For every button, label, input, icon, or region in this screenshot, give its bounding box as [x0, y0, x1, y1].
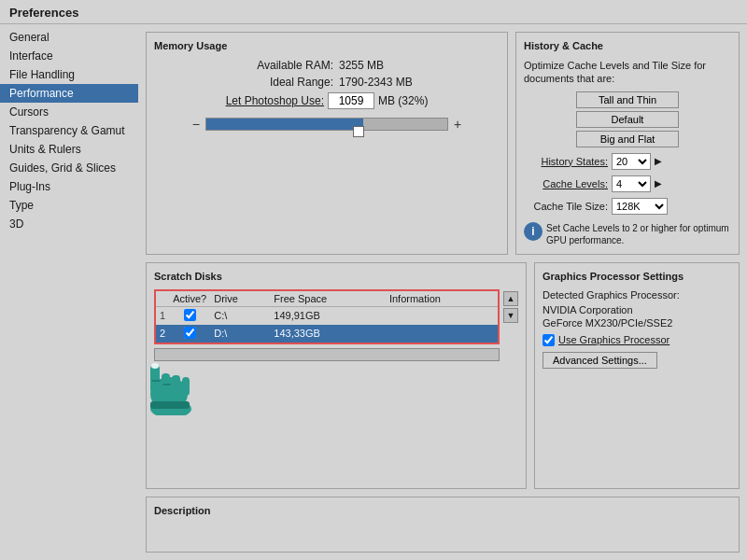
row-1-num: 1 [156, 306, 169, 325]
sidebar-item-interface[interactable]: Interface [0, 47, 138, 65]
gpu-panel: Graphics Processor Settings Detected Gra… [534, 262, 740, 489]
row-1-info [386, 306, 498, 325]
top-panels-row: Memory Usage Available RAM: 3255 MB Idea… [146, 32, 740, 255]
scratch-table-wrapper-outer: Active? Drive Free Space Information [154, 289, 500, 361]
use-gpu-checkbox[interactable] [543, 334, 555, 346]
scratch-table: Active? Drive Free Space Information [156, 291, 498, 343]
row-1-drive: C:\ [210, 306, 270, 325]
col-active: Active? [169, 291, 210, 307]
scratch-row-1[interactable]: 1 C:\ 149,91GB [156, 306, 498, 325]
sidebar-item-transparency-gamut[interactable]: Transparency & Gamut [0, 121, 138, 140]
gpu-panel-title: Graphics Processor Settings [543, 271, 731, 282]
scratch-scroll-down[interactable]: ▼ [503, 308, 518, 323]
sidebar-item-type[interactable]: Type [0, 196, 138, 215]
window-title: Preferences [9, 6, 78, 20]
memory-slider-container: − + [154, 117, 500, 132]
sidebar-item-file-handling[interactable]: File Handling [0, 65, 138, 84]
info-text: Set Cache Levels to 2 or higher for opti… [546, 222, 731, 246]
col-free-space: Free Space [270, 291, 386, 307]
history-panel-title: History & Cache [524, 40, 731, 51]
history-desc: Optimize Cache Levels and Tile Size for … [524, 59, 731, 86]
cache-tile-row: Cache Tile Size: 128K [524, 198, 731, 215]
info-icon: i [524, 222, 543, 241]
row-2-checkbox[interactable] [184, 327, 196, 339]
content-area: General Interface File Handling Performa… [0, 24, 747, 560]
sidebar-item-plug-ins[interactable]: Plug-Ins [0, 177, 138, 196]
cache-tile-select[interactable]: 128K [612, 198, 668, 215]
memory-usage-panel: Memory Usage Available RAM: 3255 MB Idea… [146, 32, 508, 255]
memory-slider-fill [206, 119, 363, 130]
slider-plus-icon[interactable]: + [454, 117, 461, 132]
sidebar-item-performance[interactable]: Performance [0, 84, 138, 103]
sidebar-item-general[interactable]: General [0, 28, 138, 47]
row-1-free-space: 149,91GB [270, 306, 386, 325]
sidebar-item-guides-grid-slices[interactable]: Guides, Grid & Slices [0, 159, 138, 177]
cache-tile-label: Cache Tile Size: [524, 201, 608, 212]
cache-levels-label: Cache Levels: [524, 178, 608, 189]
scratch-table-header: Active? Drive Free Space Information [156, 291, 498, 307]
description-panel: Description [146, 497, 740, 553]
use-gpu-label-text: Use Graphics Processor [558, 334, 669, 345]
ideal-range-label: Ideal Range: [212, 76, 333, 89]
sidebar-item-units-rulers[interactable]: Units & Rulers [0, 140, 138, 159]
let-photoshop-label: Let Photoshop Use: [226, 94, 324, 107]
ideal-range-value: 1790-2343 MB [339, 76, 442, 89]
scratch-row-2[interactable]: 2 D:\ 143,33GB [156, 325, 498, 343]
gpu-model: GeForce MX230/PCIe/SSE2 [543, 317, 731, 329]
available-ram-label: Available RAM: [212, 59, 333, 72]
col-information: Information [386, 291, 498, 307]
scratch-table-wrapper: Active? Drive Free Space Information [154, 289, 500, 344]
advanced-settings-button[interactable]: Advanced Settings... [543, 352, 657, 369]
scratch-hscrollbar[interactable] [154, 348, 500, 361]
history-states-arrow[interactable]: ▶ [655, 156, 662, 166]
row-1-checkbox[interactable] [184, 309, 196, 321]
gpu-name: NVIDIA Corporation [543, 304, 731, 315]
sidebar-item-3d[interactable]: 3D [0, 215, 138, 233]
history-states-label: History States: [524, 156, 608, 167]
default-button[interactable]: Default [576, 111, 679, 128]
big-flat-button[interactable]: Big and Flat [576, 131, 679, 147]
scratch-table-container: Active? Drive Free Space Information [154, 289, 518, 361]
cache-levels-select[interactable]: 4 [612, 175, 651, 192]
gpu-info-row: i Set Cache Levels to 2 or higher for op… [524, 222, 731, 246]
col-drive: Drive [210, 291, 270, 307]
let-photoshop-row: Let Photoshop Use: MB (32%) [154, 92, 500, 109]
gpu-detected-label: Detected Graphics Processor: [543, 289, 731, 301]
row-2-checkbox-cell [169, 325, 210, 343]
use-gpu-label: Use Graphics Processor [558, 334, 669, 345]
description-title: Description [154, 505, 731, 516]
memory-pct-label: MB (32%) [378, 94, 428, 107]
bottom-panels-row: Scratch Disks Active? Drive [146, 262, 740, 489]
row-2-drive: D:\ [210, 325, 270, 343]
sidebar: General Interface File Handling Performa… [0, 24, 138, 560]
ideal-range-row: Ideal Range: 1790-2343 MB [154, 76, 500, 89]
available-ram-value: 3255 MB [339, 59, 442, 72]
cache-levels-arrow[interactable]: ▶ [655, 178, 662, 189]
scratch-scroll-arrows: ▲ ▼ [503, 289, 518, 361]
row-2-num: 2 [156, 325, 169, 343]
tall-thin-button[interactable]: Tall and Thin [576, 91, 679, 108]
preferences-window: Preferences General Interface File Handl… [0, 0, 747, 560]
scratch-bottom-scrollbar [154, 348, 500, 361]
sidebar-item-cursors[interactable]: Cursors [0, 103, 138, 121]
main-content: Memory Usage Available RAM: 3255 MB Idea… [138, 24, 747, 560]
available-ram-row: Available RAM: 3255 MB [154, 59, 500, 72]
slider-minus-icon[interactable]: − [192, 117, 200, 132]
history-states-select[interactable]: 20 [612, 153, 651, 170]
row-2-free-space: 143,33GB [270, 325, 386, 343]
memory-slider-track[interactable] [205, 118, 448, 131]
history-cache-panel: History & Cache Optimize Cache Levels an… [515, 32, 740, 255]
row-1-checkbox-cell [169, 306, 210, 325]
cache-levels-row: Cache Levels: 4 ▶ [524, 175, 731, 192]
scratch-panel-title: Scratch Disks [154, 271, 518, 282]
history-states-row: History States: 20 ▶ [524, 153, 731, 170]
memory-panel-title: Memory Usage [154, 40, 500, 51]
scratch-disks-panel: Scratch Disks Active? Drive [146, 262, 527, 489]
col-num [156, 291, 169, 307]
gpu-checkbox-row: Use Graphics Processor [543, 334, 731, 346]
scratch-scroll-up[interactable]: ▲ [503, 291, 518, 306]
photoshop-use-input[interactable] [328, 92, 374, 109]
row-2-info [386, 325, 498, 343]
memory-slider-thumb[interactable] [353, 126, 364, 137]
title-bar: Preferences [0, 0, 747, 24]
